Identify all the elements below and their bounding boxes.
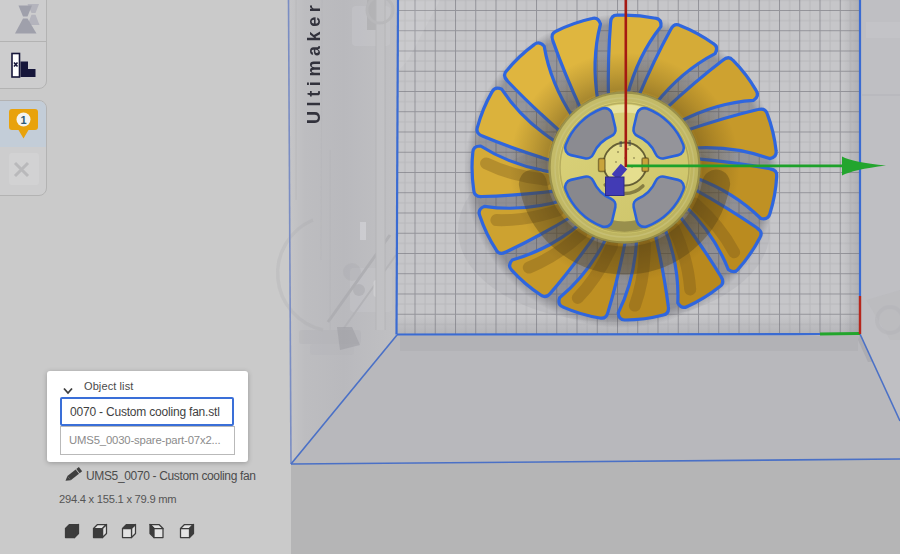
- svg-text:1: 1: [20, 114, 26, 126]
- svg-text:Ultimaker: Ultimaker: [304, 1, 324, 124]
